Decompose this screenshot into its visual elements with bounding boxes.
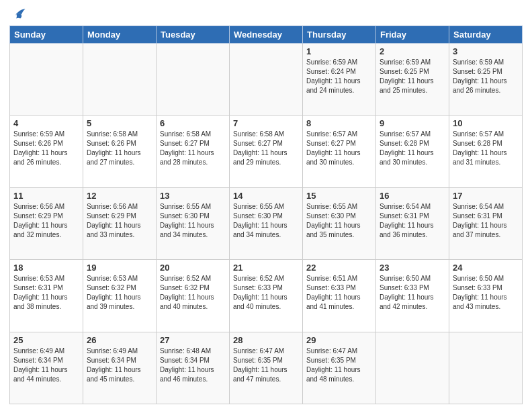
- calendar-cell: 21Sunrise: 6:52 AM Sunset: 6:33 PM Dayli…: [230, 260, 303, 332]
- calendar-cell: 29Sunrise: 6:47 AM Sunset: 6:35 PM Dayli…: [303, 332, 376, 404]
- day-info: Sunrise: 6:59 AM Sunset: 6:25 PM Dayligh…: [453, 58, 519, 95]
- day-number: 11: [13, 191, 79, 201]
- day-info: Sunrise: 6:55 AM Sunset: 6:30 PM Dayligh…: [160, 202, 226, 240]
- calendar-table: SundayMondayTuesdayWednesdayThursdayFrid…: [9, 26, 523, 404]
- calendar-cell: 17Sunrise: 6:54 AM Sunset: 6:31 PM Dayli…: [449, 187, 523, 259]
- calendar-cell: 7Sunrise: 6:58 AM Sunset: 6:27 PM Daylig…: [230, 116, 303, 187]
- day-number: 8: [306, 118, 372, 128]
- weekday-header-row: SundayMondayTuesdayWednesdayThursdayFrid…: [10, 26, 523, 44]
- day-info: Sunrise: 6:59 AM Sunset: 6:25 PM Dayligh…: [380, 58, 445, 95]
- day-number: 2: [380, 46, 445, 56]
- weekday-header: Sunday: [10, 26, 83, 44]
- day-info: Sunrise: 6:57 AM Sunset: 6:28 PM Dayligh…: [453, 130, 519, 167]
- calendar-cell: 1Sunrise: 6:59 AM Sunset: 6:24 PM Daylig…: [303, 44, 376, 116]
- calendar-body: 1Sunrise: 6:59 AM Sunset: 6:24 PM Daylig…: [10, 44, 523, 404]
- day-info: Sunrise: 6:59 AM Sunset: 6:24 PM Dayligh…: [306, 58, 372, 95]
- calendar-cell: 12Sunrise: 6:56 AM Sunset: 6:29 PM Dayli…: [83, 187, 157, 259]
- weekday-header: Friday: [376, 26, 449, 44]
- day-number: 27: [160, 335, 226, 345]
- day-number: 19: [87, 263, 152, 273]
- day-number: 5: [87, 118, 152, 128]
- calendar-cell: 11Sunrise: 6:56 AM Sunset: 6:29 PM Dayli…: [10, 187, 83, 259]
- day-info: Sunrise: 6:53 AM Sunset: 6:31 PM Dayligh…: [13, 274, 79, 312]
- day-info: Sunrise: 6:51 AM Sunset: 6:33 PM Dayligh…: [306, 274, 372, 312]
- calendar-cell: 15Sunrise: 6:55 AM Sunset: 6:30 PM Dayli…: [303, 187, 376, 259]
- day-number: 23: [380, 263, 445, 273]
- day-info: Sunrise: 6:52 AM Sunset: 6:32 PM Dayligh…: [160, 274, 226, 312]
- calendar-cell: 10Sunrise: 6:57 AM Sunset: 6:28 PM Dayli…: [449, 116, 523, 187]
- day-info: Sunrise: 6:47 AM Sunset: 6:35 PM Dayligh…: [233, 347, 299, 384]
- logo-bird-icon: [11, 7, 26, 21]
- header: [9, 7, 523, 21]
- calendar-cell: 26Sunrise: 6:49 AM Sunset: 6:34 PM Dayli…: [83, 332, 157, 404]
- calendar-cell: 24Sunrise: 6:50 AM Sunset: 6:33 PM Dayli…: [449, 260, 523, 332]
- calendar-cell: 4Sunrise: 6:59 AM Sunset: 6:26 PM Daylig…: [10, 116, 83, 187]
- calendar-cell: 13Sunrise: 6:55 AM Sunset: 6:30 PM Dayli…: [157, 187, 230, 259]
- weekday-header: Saturday: [449, 26, 523, 44]
- day-info: Sunrise: 6:52 AM Sunset: 6:33 PM Dayligh…: [233, 274, 299, 312]
- day-info: Sunrise: 6:49 AM Sunset: 6:34 PM Dayligh…: [87, 347, 152, 384]
- day-number: 4: [13, 118, 79, 128]
- day-info: Sunrise: 6:49 AM Sunset: 6:34 PM Dayligh…: [13, 347, 79, 384]
- logo: [9, 7, 26, 21]
- calendar-cell: 22Sunrise: 6:51 AM Sunset: 6:33 PM Dayli…: [303, 260, 376, 332]
- day-number: 7: [233, 118, 299, 128]
- calendar-week-row: 4Sunrise: 6:59 AM Sunset: 6:26 PM Daylig…: [10, 116, 523, 187]
- calendar-week-row: 1Sunrise: 6:59 AM Sunset: 6:24 PM Daylig…: [10, 44, 523, 116]
- calendar-cell: 6Sunrise: 6:58 AM Sunset: 6:27 PM Daylig…: [157, 116, 230, 187]
- day-info: Sunrise: 6:53 AM Sunset: 6:32 PM Dayligh…: [87, 274, 152, 312]
- calendar-cell: [449, 332, 523, 404]
- day-info: Sunrise: 6:56 AM Sunset: 6:29 PM Dayligh…: [87, 202, 152, 240]
- day-info: Sunrise: 6:58 AM Sunset: 6:27 PM Dayligh…: [160, 130, 226, 167]
- day-number: 10: [453, 118, 519, 128]
- day-info: Sunrise: 6:55 AM Sunset: 6:30 PM Dayligh…: [233, 202, 299, 240]
- day-number: 13: [160, 191, 226, 201]
- calendar-cell: 23Sunrise: 6:50 AM Sunset: 6:33 PM Dayli…: [376, 260, 449, 332]
- day-number: 12: [87, 191, 152, 201]
- calendar-cell: [376, 332, 449, 404]
- calendar-cell: [10, 44, 83, 116]
- day-number: 21: [233, 263, 299, 273]
- day-number: 3: [453, 46, 519, 56]
- calendar-cell: 25Sunrise: 6:49 AM Sunset: 6:34 PM Dayli…: [10, 332, 83, 404]
- day-info: Sunrise: 6:57 AM Sunset: 6:28 PM Dayligh…: [380, 130, 445, 167]
- day-info: Sunrise: 6:56 AM Sunset: 6:29 PM Dayligh…: [13, 202, 79, 240]
- weekday-header: Wednesday: [230, 26, 303, 44]
- calendar-cell: [230, 44, 303, 116]
- calendar-week-row: 25Sunrise: 6:49 AM Sunset: 6:34 PM Dayli…: [10, 332, 523, 404]
- day-number: 20: [160, 263, 226, 273]
- day-number: 14: [233, 191, 299, 201]
- calendar-cell: 18Sunrise: 6:53 AM Sunset: 6:31 PM Dayli…: [10, 260, 83, 332]
- day-info: Sunrise: 6:58 AM Sunset: 6:26 PM Dayligh…: [87, 130, 152, 167]
- day-info: Sunrise: 6:58 AM Sunset: 6:27 PM Dayligh…: [233, 130, 299, 167]
- day-number: 29: [306, 335, 372, 345]
- day-info: Sunrise: 6:48 AM Sunset: 6:34 PM Dayligh…: [160, 347, 226, 384]
- weekday-header: Thursday: [303, 26, 376, 44]
- day-info: Sunrise: 6:54 AM Sunset: 6:31 PM Dayligh…: [380, 202, 445, 240]
- calendar-cell: 28Sunrise: 6:47 AM Sunset: 6:35 PM Dayli…: [230, 332, 303, 404]
- page: SundayMondayTuesdayWednesdayThursdayFrid…: [0, 0, 532, 411]
- calendar-cell: 9Sunrise: 6:57 AM Sunset: 6:28 PM Daylig…: [376, 116, 449, 187]
- day-number: 28: [233, 335, 299, 345]
- calendar-cell: 3Sunrise: 6:59 AM Sunset: 6:25 PM Daylig…: [449, 44, 523, 116]
- calendar-cell: [157, 44, 230, 116]
- calendar-cell: 19Sunrise: 6:53 AM Sunset: 6:32 PM Dayli…: [83, 260, 157, 332]
- day-number: 15: [306, 191, 372, 201]
- calendar-cell: 27Sunrise: 6:48 AM Sunset: 6:34 PM Dayli…: [157, 332, 230, 404]
- day-number: 1: [306, 46, 372, 56]
- day-number: 17: [453, 191, 519, 201]
- day-number: 6: [160, 118, 226, 128]
- day-number: 18: [13, 263, 79, 273]
- day-number: 25: [13, 335, 79, 345]
- calendar-week-row: 18Sunrise: 6:53 AM Sunset: 6:31 PM Dayli…: [10, 260, 523, 332]
- day-info: Sunrise: 6:50 AM Sunset: 6:33 PM Dayligh…: [453, 274, 519, 312]
- day-info: Sunrise: 6:47 AM Sunset: 6:35 PM Dayligh…: [306, 347, 372, 384]
- weekday-header: Monday: [83, 26, 157, 44]
- calendar-cell: 20Sunrise: 6:52 AM Sunset: 6:32 PM Dayli…: [157, 260, 230, 332]
- day-info: Sunrise: 6:57 AM Sunset: 6:27 PM Dayligh…: [306, 130, 372, 167]
- day-info: Sunrise: 6:50 AM Sunset: 6:33 PM Dayligh…: [380, 274, 445, 312]
- calendar-cell: 8Sunrise: 6:57 AM Sunset: 6:27 PM Daylig…: [303, 116, 376, 187]
- calendar-cell: [83, 44, 157, 116]
- weekday-header: Tuesday: [157, 26, 230, 44]
- day-number: 26: [87, 335, 152, 345]
